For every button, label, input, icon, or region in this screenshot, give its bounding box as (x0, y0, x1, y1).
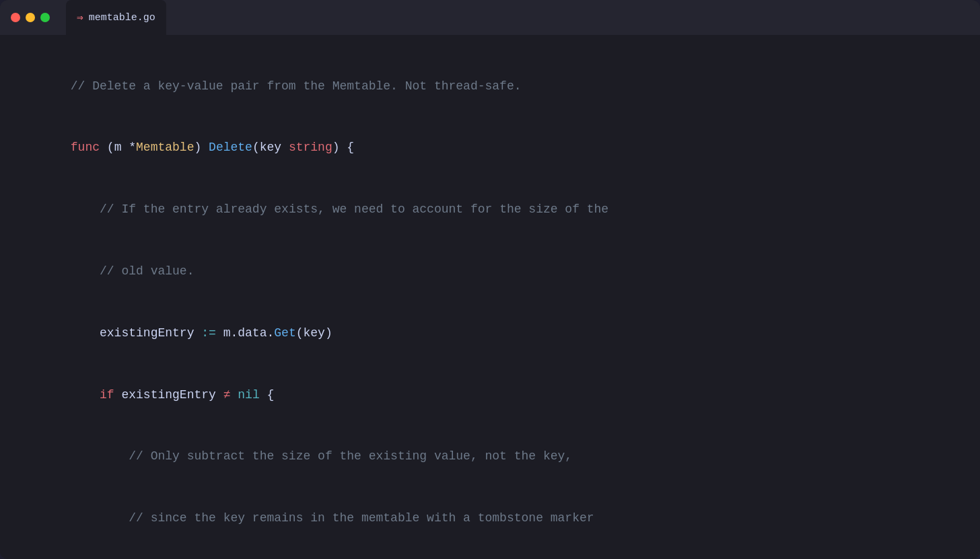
window: ⇒ memtable.go // Delete a key-value pair… (0, 0, 980, 559)
maximize-button[interactable] (40, 13, 50, 22)
code-line-2: func (m *Memtable) Delete(key string) { (27, 117, 953, 179)
code-line-3: // If the entry already exists, we need … (27, 179, 953, 241)
titlebar: ⇒ memtable.go (0, 0, 980, 35)
code-editor: // Delete a key-value pair from the Memt… (0, 35, 980, 559)
code-line-5: existingEntry := m.data.Get(key) (27, 302, 953, 364)
code-line-1: // Delete a key-value pair from the Memt… (27, 55, 953, 117)
code-line-6: if existingEntry ≠ nil { (27, 364, 953, 426)
traffic-lights (11, 13, 50, 22)
code-line-8: // since the key remains in the memtable… (27, 487, 953, 549)
file-tab[interactable]: ⇒ memtable.go (66, 0, 166, 35)
minimize-button[interactable] (26, 13, 35, 22)
tab-filename: memtable.go (89, 12, 155, 24)
code-line-7: // Only subtract the size of the existin… (27, 426, 953, 488)
close-button[interactable] (11, 13, 20, 22)
code-line-9: m.size -= int64(len(existingEntry.Value.… (27, 549, 953, 559)
code-line-4: // old value. (27, 240, 953, 302)
go-file-icon: ⇒ (77, 11, 83, 24)
